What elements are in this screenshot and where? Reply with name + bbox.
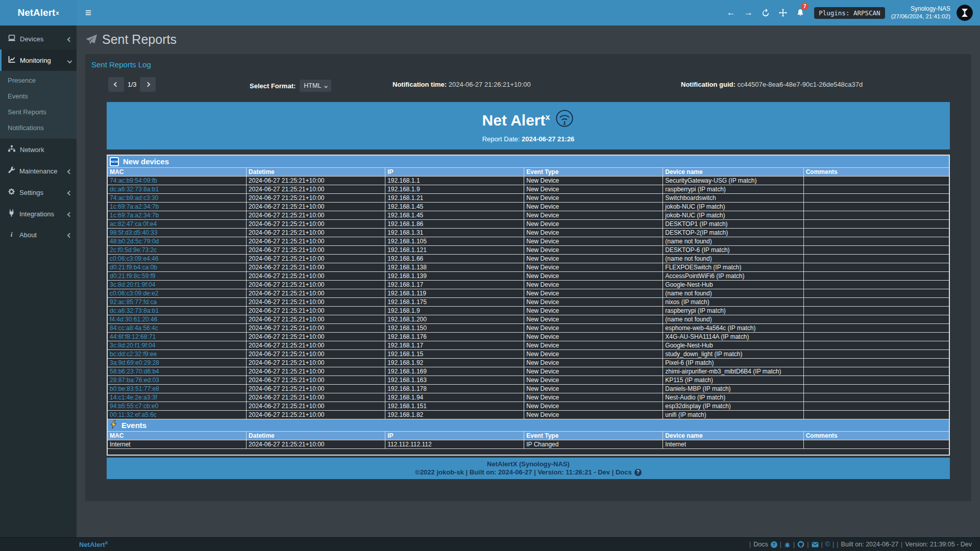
device-name-cell: jokob-NUC (IP match) xyxy=(663,211,803,220)
ip-cell: 192.168.1.176 xyxy=(385,333,524,341)
mac-link[interactable]: 3c:8d:20:f1:9f:04 xyxy=(110,342,155,349)
mac-cell: 3c:8d:20:f1:9f:04 xyxy=(108,281,247,289)
mac-link[interactable]: bc:dd:c2:32:f9:ee xyxy=(110,350,157,358)
comments-cell xyxy=(803,402,949,411)
user-avatar[interactable] xyxy=(957,5,973,21)
comments-cell xyxy=(803,333,949,341)
sidebar-item-devices[interactable]: Devices xyxy=(0,28,77,49)
mac-link[interactable]: 2c:f0:5d:9e:73:2c xyxy=(110,246,157,254)
device-name-cell: X4G-AU-SHA1114A (IP match) xyxy=(663,333,803,341)
format-select[interactable]: HTML xyxy=(300,80,331,92)
sidebar-toggle-icon[interactable]: ≡ xyxy=(77,0,100,26)
mac-link[interactable]: b0:be:83:51:77:e8 xyxy=(110,385,159,392)
event-type-cell: New Device xyxy=(524,177,663,185)
mac-link[interactable]: 84:cc:a8:4a:56:4c xyxy=(110,324,158,332)
docs-link[interactable]: Docs xyxy=(753,541,768,548)
app-logo[interactable]: NetAlertx xyxy=(0,0,77,26)
comments-cell xyxy=(803,255,949,263)
sidebar-item-integrations[interactable]: Integrations xyxy=(0,203,77,224)
mac-link[interactable]: 1c:69:7a:a2:34:7b xyxy=(110,203,159,210)
table-row: bc:dd:c2:32:f9:ee2024-06-27 21:25:21+10:… xyxy=(108,350,949,359)
mac-link[interactable]: 3a:9d:69:e0:29:28 xyxy=(110,359,159,366)
event-type-cell: New Device xyxy=(524,211,663,220)
mac-link[interactable]: 14:c1:4e:2e:a3:3f xyxy=(110,394,157,401)
event-type-cell: New Device xyxy=(524,263,663,272)
mac-link[interactable]: 3c:8d:20:f1:9f:04 xyxy=(110,281,155,288)
table-row: 14:c1:4e:2e:a3:3f2024-06-27 21:25:21+10:… xyxy=(108,393,949,402)
gear-icon xyxy=(8,188,15,197)
app-window: NetAlertx ≡ ← → 7 Plugins: ARPSCAN Synol… xyxy=(0,0,980,551)
question-circle-icon[interactable]: ? xyxy=(634,469,642,476)
sidebar-item-notifications[interactable]: Notifications xyxy=(0,120,77,136)
sent-reports-log-link[interactable]: Sent Reports Log xyxy=(91,60,151,69)
prev-page-button[interactable] xyxy=(108,77,124,92)
mac-cell: 2c:f0:5d:9e:73:2c xyxy=(108,246,247,255)
github-icon[interactable] xyxy=(797,541,804,548)
mac-link[interactable]: ac:82:47:ca:0f:e4 xyxy=(110,220,157,228)
format-label: Select Format: xyxy=(250,82,296,90)
table-row: d0:21:f9:8c:59:f92024-06-27 21:25:21+10:… xyxy=(108,272,949,281)
forward-arrow-icon[interactable]: → xyxy=(740,0,757,26)
bug-icon[interactable] xyxy=(784,541,791,548)
back-arrow-icon[interactable]: ← xyxy=(722,0,740,26)
mac-link[interactable]: c0:06:c3:09:de:e2 xyxy=(110,290,158,297)
ip-cell: 192.168.1.119 xyxy=(385,289,524,298)
event-type-cell: New Device xyxy=(524,367,663,376)
mac-link[interactable]: 1c:69:7a:a2:34:7b xyxy=(110,212,159,219)
host-timestamp: (27/06/2024, 21:41:02) xyxy=(891,13,950,20)
mac-link[interactable]: 74:ac:b9:54:09:fb xyxy=(110,177,157,184)
sidebar-item-sent-reports[interactable]: Sent Reports xyxy=(0,104,77,120)
mac-link[interactable]: dc:a6:32:73:8a:b1 xyxy=(110,307,159,314)
sent-reports-card: Sent Reports Log 1/3 Select Format: HTML xyxy=(85,54,971,501)
mac-link[interactable]: 44:6f:f8:12:68:71 xyxy=(110,333,156,340)
ip-cell: 192.168.1.86 xyxy=(385,220,524,229)
footer-brand[interactable]: NetAlertX xyxy=(79,540,108,548)
mac-link[interactable]: 94:b5:55:c7:cb:e0 xyxy=(110,403,158,410)
sidebar-item-label: Integrations xyxy=(19,210,54,218)
mac-link[interactable]: c0:06:c3:09:e4:46 xyxy=(110,255,158,262)
host-info: Synology-NAS (27/06/2024, 21:41:02) xyxy=(891,5,950,21)
event-type-cell: New Device xyxy=(524,185,663,194)
sidebar-item-events[interactable]: Events xyxy=(0,88,77,104)
mac-link[interactable]: d0:21:f9:b4:ca:0b xyxy=(110,264,157,271)
sidebar-item-maintenance[interactable]: Maintenance xyxy=(0,160,77,182)
device-name-cell: esphome-web-4a564c (IP match) xyxy=(663,324,803,333)
sidebar-item-monitoring[interactable]: Monitoring xyxy=(0,49,77,71)
sidebar-item-settings[interactable]: Settings xyxy=(0,182,77,203)
notification-guid: Notification guid: cc44507e-8ea6-48e7-90… xyxy=(681,81,863,88)
question-circle-icon[interactable]: ? xyxy=(771,541,777,548)
mac-link[interactable]: 58:b6:23:70:d6:b4 xyxy=(110,368,159,375)
event-type-cell: New Device xyxy=(524,385,663,393)
datetime-cell: 2024-06-27 21:25:21+10:00 xyxy=(247,229,385,237)
mac-link[interactable]: 74:ac:b9:ad:c3:30 xyxy=(110,194,158,202)
ip-cell: 192.168.1.9 xyxy=(385,307,524,315)
mac-link[interactable]: 00:11:32:ef:a5:6c xyxy=(110,411,157,418)
envelope-icon[interactable] xyxy=(812,542,819,547)
datetime-cell: 2024-06-27 21:25:21+10:00 xyxy=(247,324,385,333)
mac-link[interactable]: 28:87:ba:76:ed:03 xyxy=(110,377,159,384)
sidebar-item-about[interactable]: i About xyxy=(0,224,77,245)
refresh-icon[interactable] xyxy=(757,0,774,26)
event-type-cell: New Device xyxy=(524,350,663,359)
table-row: 3c:8d:20:f1:9f:042024-06-27 21:25:21+10:… xyxy=(108,281,949,289)
mac-link[interactable]: 92:ac:85:77:fd:ca xyxy=(110,298,157,306)
sidebar-item-label: Devices xyxy=(20,35,43,43)
table-row: ac:82:47:ca:0f:e42024-06-27 21:25:21+10:… xyxy=(108,220,949,229)
mac-link[interactable]: f4:4d:30:61:20:46 xyxy=(110,316,157,323)
bell-icon[interactable]: 7 xyxy=(792,0,809,26)
table-row: 84:cc:a8:4a:56:4c2024-06-27 21:25:21+10:… xyxy=(108,324,949,333)
mac-cell: 94:b5:55:c7:cb:e0 xyxy=(108,402,247,411)
mac-link[interactable]: 98:5f:d3:d5:40:33 xyxy=(110,229,157,236)
next-page-button[interactable] xyxy=(140,77,156,92)
monitoring-submenu: Presence Events Sent Reports Notificatio… xyxy=(0,71,77,139)
mac-link[interactable]: dc:a6:32:73:8a:b1 xyxy=(110,186,159,193)
sidebar-item-presence[interactable]: Presence xyxy=(0,72,77,88)
report-controls: 1/3 Select Format: HTML Notification tim… xyxy=(85,76,971,97)
move-icon[interactable] xyxy=(774,0,792,26)
sidebar-item-network[interactable]: Network xyxy=(0,139,77,160)
mac-link[interactable]: d0:21:f9:8c:59:f9 xyxy=(110,272,155,280)
footer-links: | Docs ? | | | | © | | Built on: 2024-06… xyxy=(749,541,972,548)
copyright-icon[interactable]: © xyxy=(825,541,830,548)
mac-link[interactable]: 48:b0:2d:5c:79:0d xyxy=(110,238,159,245)
table-row: 44:6f:f8:12:68:712024-06-27 21:25:21+10:… xyxy=(108,333,949,341)
